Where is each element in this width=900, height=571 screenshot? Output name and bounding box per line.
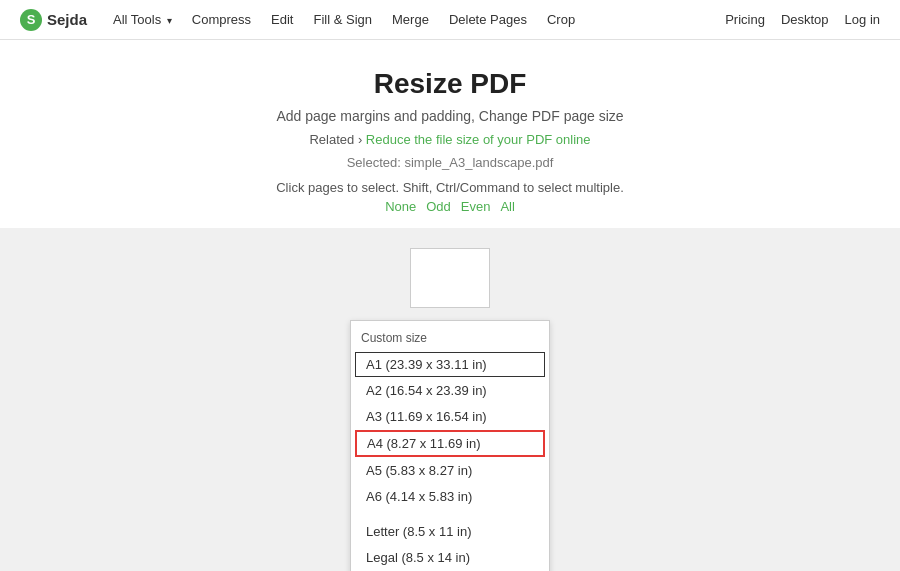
dropdown-item-a3[interactable]: A3 (11.69 x 16.54 in) bbox=[355, 404, 545, 429]
nav-crop[interactable]: Crop bbox=[539, 10, 583, 29]
logo[interactable]: S Sejda bbox=[20, 9, 87, 31]
nav-right: Pricing Desktop Log in bbox=[725, 12, 880, 27]
content-area: Custom size A1 (23.39 x 33.11 in) A2 (16… bbox=[0, 228, 900, 571]
page-title: Resize PDF bbox=[20, 68, 880, 100]
page-select-links: None Odd Even All bbox=[20, 199, 880, 214]
logo-text: Sejda bbox=[47, 11, 87, 28]
related-link[interactable]: Reduce the file size of your PDF online bbox=[366, 132, 591, 147]
dropdown-item-a5[interactable]: A5 (5.83 x 8.27 in) bbox=[355, 458, 545, 483]
selected-file: Selected: simple_A3_landscape.pdf bbox=[20, 155, 880, 170]
dropdown-item-legal[interactable]: Legal (8.5 x 14 in) bbox=[355, 545, 545, 570]
nav-compress[interactable]: Compress bbox=[184, 10, 259, 29]
dropdown-item-a2[interactable]: A2 (16.54 x 23.39 in) bbox=[355, 378, 545, 403]
hero-section: Resize PDF Add page margins and padding,… bbox=[0, 40, 900, 228]
nav-merge[interactable]: Merge bbox=[384, 10, 437, 29]
nav-links: All Tools ▾ Compress Edit Fill & Sign Me… bbox=[105, 10, 725, 29]
dropdown-item-a6[interactable]: A6 (4.14 x 5.83 in) bbox=[355, 484, 545, 509]
nav-delete-pages[interactable]: Delete Pages bbox=[441, 10, 535, 29]
select-odd[interactable]: Odd bbox=[426, 199, 451, 214]
chevron-down-icon: ▾ bbox=[167, 15, 172, 26]
dropdown-item-letter[interactable]: Letter (8.5 x 11 in) bbox=[355, 519, 545, 544]
select-none[interactable]: None bbox=[385, 199, 416, 214]
dropdown-item-a4[interactable]: A4 (8.27 x 11.69 in) bbox=[355, 430, 545, 457]
chevron-right-icon: › bbox=[358, 132, 366, 147]
hero-subtitle: Add page margins and padding, Change PDF… bbox=[20, 108, 880, 124]
select-all[interactable]: All bbox=[500, 199, 514, 214]
hero-related: Related › Reduce the file size of your P… bbox=[20, 132, 880, 147]
pdf-thumbnail bbox=[410, 248, 490, 308]
dropdown-divider bbox=[351, 510, 549, 518]
nav-fill-sign[interactable]: Fill & Sign bbox=[305, 10, 380, 29]
dropdown-header: Custom size bbox=[351, 327, 549, 351]
selection-hint: Click pages to select. Shift, Ctrl/Comma… bbox=[20, 180, 880, 195]
nav-all-tools[interactable]: All Tools ▾ bbox=[105, 10, 180, 29]
dropdown-item-a1[interactable]: A1 (23.39 x 33.11 in) bbox=[355, 352, 545, 377]
select-even[interactable]: Even bbox=[461, 199, 491, 214]
nav-desktop[interactable]: Desktop bbox=[781, 12, 829, 27]
size-dropdown-panel: Custom size A1 (23.39 x 33.11 in) A2 (16… bbox=[350, 320, 550, 571]
navbar: S Sejda All Tools ▾ Compress Edit Fill &… bbox=[0, 0, 900, 40]
nav-login[interactable]: Log in bbox=[845, 12, 880, 27]
nav-pricing[interactable]: Pricing bbox=[725, 12, 765, 27]
nav-edit[interactable]: Edit bbox=[263, 10, 301, 29]
related-label: Related bbox=[309, 132, 354, 147]
logo-icon: S bbox=[20, 9, 42, 31]
